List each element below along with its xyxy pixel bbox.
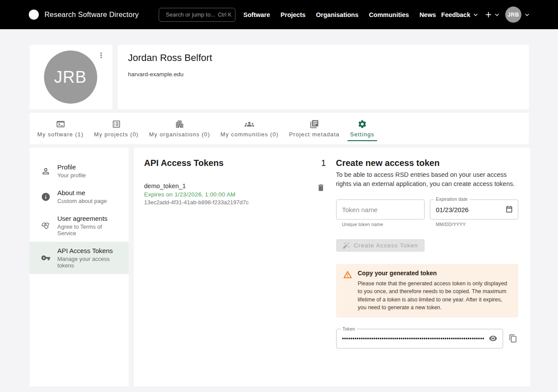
page-title: Jordan Ross Belfort xyxy=(128,52,518,64)
trash-icon xyxy=(316,183,325,192)
pages-icon xyxy=(310,119,319,129)
nav-link-news[interactable]: News xyxy=(414,9,441,21)
profile-header-row: JRB Jordan Ross Belfort harvard-example.… xyxy=(30,45,529,109)
reveal-token-button[interactable] xyxy=(488,333,498,344)
add-menu-button[interactable] xyxy=(484,10,499,19)
brand-logo-icon xyxy=(29,10,39,20)
token-name-input[interactable] xyxy=(336,199,425,220)
masked-token-value: ••••••••••••••••••••••••••••••••••••••••… xyxy=(342,335,484,341)
nav-link-communities[interactable]: Communities xyxy=(364,9,414,21)
sidebar-item-title: Profile xyxy=(58,163,86,171)
profile-avatar-card: JRB xyxy=(30,45,112,109)
copy-token-warning: Copy your generated token Please note th… xyxy=(336,264,518,318)
token-name: demo_token_1 xyxy=(144,182,249,189)
tab-label: My communities (0) xyxy=(221,131,279,138)
magic-wand-icon xyxy=(343,242,350,249)
top-navbar: Research Software Directory Search or ju… xyxy=(0,0,558,29)
token-expiry: Expires on 1/23/2026, 1:00:00 AM xyxy=(144,191,249,198)
settings-content: Profile Your profile About me Custom abo… xyxy=(30,148,529,386)
tab-label: My projects (0) xyxy=(94,131,139,138)
brand-title: Research Software Directory xyxy=(44,10,139,19)
tokens-count-badge: 1 xyxy=(321,158,326,168)
tab-my-organisations[interactable]: My organisations (0) xyxy=(144,113,215,144)
create-token-column: Create new access token To be able to ac… xyxy=(336,158,518,376)
nav-links: Software Projects Organisations Communit… xyxy=(238,9,441,21)
key-icon xyxy=(41,253,51,263)
list-icon xyxy=(112,119,121,129)
sidebar-item-about-me[interactable]: About me Custom about page xyxy=(30,184,129,210)
sidebar-item-user-agreements[interactable]: User agreements Agree to Terms of Servic… xyxy=(30,210,129,242)
chevron-down-icon xyxy=(525,14,529,16)
info-icon xyxy=(41,192,51,202)
sidebar-item-subtitle: Custom about page xyxy=(58,198,107,204)
sidebar-item-title: API Access Tokens xyxy=(58,247,122,254)
delete-token-button[interactable] xyxy=(316,182,326,193)
building-icon xyxy=(175,119,184,129)
avatar: JRB xyxy=(505,7,521,23)
create-token-description: To be able to access RSD entries based o… xyxy=(336,170,518,189)
warning-body: Please note that the generated access to… xyxy=(358,280,511,312)
chevron-down-icon xyxy=(495,14,499,16)
generated-token-field: Token ••••••••••••••••••••••••••••••••••… xyxy=(336,329,503,348)
tab-project-metadata[interactable]: Project metadata xyxy=(284,113,345,144)
api-tokens-panel: API Access Tokens 1 demo_token_1 Expires… xyxy=(134,148,530,386)
tab-settings[interactable]: Settings xyxy=(345,113,380,144)
tab-my-communities[interactable]: My communities (0) xyxy=(215,113,284,144)
sidebar-item-subtitle: Agree to Terms of Service xyxy=(58,223,122,237)
person-icon xyxy=(41,166,51,176)
gear-icon xyxy=(357,119,367,129)
token-name-helper: Unique token name xyxy=(342,222,425,227)
warning-icon xyxy=(343,270,352,279)
sidebar-item-subtitle: Manage your access tokens xyxy=(58,256,122,269)
page-content: JRB Jordan Ross Belfort harvard-example.… xyxy=(30,45,529,386)
user-menu-button[interactable]: JRB xyxy=(505,7,529,23)
sidebar-item-subtitle: Your profile xyxy=(58,172,86,179)
chevron-down-icon xyxy=(473,14,478,16)
feedback-menu-button[interactable]: Feedback xyxy=(441,11,478,18)
sidebar-item-profile[interactable]: Profile Your profile xyxy=(30,158,129,184)
tokens-list-column: API Access Tokens 1 demo_token_1 Expires… xyxy=(144,158,326,376)
warning-title: Copy your generated token xyxy=(358,270,511,277)
tab-label: Project metadata xyxy=(289,131,340,138)
tab-label: My organisations (0) xyxy=(149,131,210,138)
nav-link-projects[interactable]: Projects xyxy=(276,9,311,21)
token-field-label: Token xyxy=(341,326,357,331)
search-placeholder: Search or jump to... xyxy=(166,11,215,18)
copy-icon xyxy=(509,334,517,343)
nav-link-organisations[interactable]: Organisations xyxy=(311,9,364,21)
create-button-label: Create Access Token xyxy=(354,242,418,249)
feedback-label: Feedback xyxy=(441,11,470,18)
expiration-date-label: Expiration date xyxy=(434,196,470,202)
expiration-date-helper: MM/DD/YYYY xyxy=(436,222,518,227)
profile-affiliation: harvard-example.edu xyxy=(128,71,518,78)
nav-link-software[interactable]: Software xyxy=(238,9,275,21)
eye-icon xyxy=(489,334,497,343)
create-access-token-button[interactable]: Create Access Token xyxy=(336,239,425,252)
sidebar-item-api-access-tokens[interactable]: API Access Tokens Manage your access tok… xyxy=(30,242,129,274)
profile-tabs: My software (1) My projects (0) My organ… xyxy=(30,113,529,144)
tab-my-projects[interactable]: My projects (0) xyxy=(89,113,144,144)
navbar-right: Feedback JRB xyxy=(441,7,529,23)
token-list-item: demo_token_1 Expires on 1/23/2026, 1:00:… xyxy=(144,182,326,206)
global-search-input[interactable]: Search or jump to... Ctrl K xyxy=(159,8,235,22)
tab-label: Settings xyxy=(350,131,374,138)
brand[interactable]: Research Software Directory xyxy=(29,10,139,20)
tokens-list-title: API Access Tokens xyxy=(144,158,224,168)
handshake-icon xyxy=(41,221,51,230)
kebab-menu-icon[interactable] xyxy=(97,51,105,60)
copy-token-button[interactable] xyxy=(508,333,518,344)
tab-label: My software (1) xyxy=(37,131,84,138)
token-uuid: 13ec2add-4f31-41ab-b898-f233a2197d7c xyxy=(144,199,249,206)
profile-info-card: Jordan Ross Belfort harvard-example.edu xyxy=(118,45,529,109)
calendar-icon[interactable] xyxy=(505,206,513,213)
plus-icon xyxy=(484,10,493,19)
people-icon xyxy=(245,119,254,129)
terminal-icon xyxy=(56,119,65,129)
settings-sidebar: Profile Your profile About me Custom abo… xyxy=(30,148,129,386)
avatar: JRB xyxy=(44,51,97,104)
tab-my-software[interactable]: My software (1) xyxy=(32,113,89,144)
search-shortcut-hint: Ctrl K xyxy=(218,12,231,18)
create-token-title: Create new access token xyxy=(336,158,518,168)
sidebar-item-title: About me xyxy=(58,189,107,196)
sidebar-item-title: User agreements xyxy=(58,215,122,222)
